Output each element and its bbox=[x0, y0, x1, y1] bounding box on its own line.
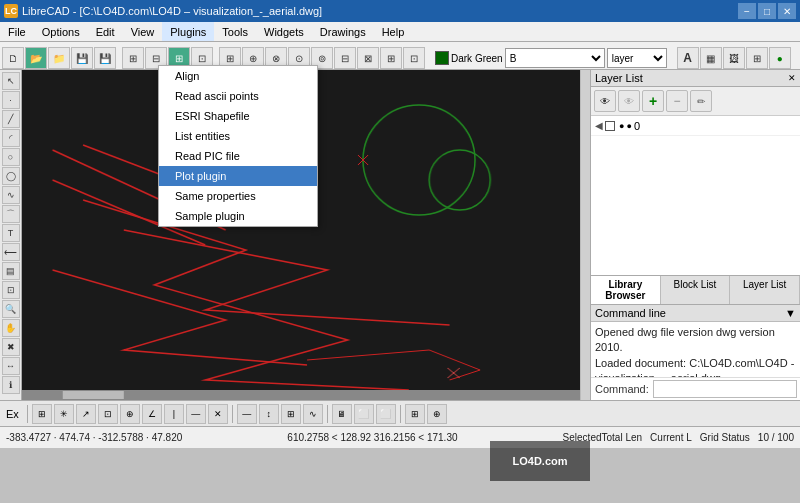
tb-dot[interactable]: ● bbox=[769, 47, 791, 69]
bt-grid[interactable]: ⊞ bbox=[405, 404, 425, 424]
plugins-menu-pic[interactable]: Read PIC file bbox=[159, 146, 317, 166]
status-page: 10 / 100 bbox=[758, 432, 794, 443]
lt-point[interactable]: · bbox=[2, 91, 20, 109]
bt-op2[interactable]: ↕ bbox=[259, 404, 279, 424]
bt-mon3[interactable]: ⬜ bbox=[376, 404, 396, 424]
lt-line[interactable]: ╱ bbox=[2, 110, 20, 128]
menu-view[interactable]: View bbox=[123, 22, 163, 41]
layer-edit-btn[interactable]: ✏ bbox=[690, 90, 712, 112]
tb-hatch[interactable]: ▦ bbox=[700, 47, 722, 69]
scrollbar-vertical[interactable] bbox=[580, 70, 590, 400]
bt-zoom-plus[interactable]: ⊕ bbox=[427, 404, 447, 424]
bt-snap-horiz2[interactable]: — bbox=[186, 404, 206, 424]
menu-file[interactable]: File bbox=[0, 22, 34, 41]
layer-list-header: Layer List ✕ bbox=[591, 70, 800, 87]
minimize-button[interactable]: − bbox=[738, 3, 756, 19]
bt-snap-ang[interactable]: ∠ bbox=[142, 404, 162, 424]
bt-snap-grid[interactable]: ⊞ bbox=[32, 404, 52, 424]
tab-block-list[interactable]: Block List bbox=[661, 276, 731, 304]
plugins-menu-align[interactable]: Align bbox=[159, 66, 317, 86]
layer-dot2: ● bbox=[626, 121, 631, 131]
bt-mon2[interactable]: ⬜ bbox=[354, 404, 374, 424]
lt-hatch[interactable]: ▤ bbox=[2, 262, 20, 280]
layer-dropdown2[interactable]: layer bbox=[607, 48, 667, 68]
bt-op4[interactable]: ∿ bbox=[303, 404, 323, 424]
window-title: LibreCAD - [C:\LO4D.com\LO4D – visualiza… bbox=[22, 5, 322, 17]
list-item[interactable]: ◀ ● ● 0 bbox=[591, 116, 800, 136]
tb-snap-vert[interactable]: ⊟ bbox=[334, 47, 356, 69]
menu-plugins[interactable]: Plugins bbox=[162, 22, 214, 41]
layer-color-box bbox=[435, 51, 449, 65]
lt-delete[interactable]: ✖ bbox=[2, 338, 20, 356]
bt-snap-free[interactable]: ✳ bbox=[54, 404, 74, 424]
command-input-field[interactable] bbox=[653, 380, 797, 398]
bt-snap-x[interactable]: ✕ bbox=[208, 404, 228, 424]
bt-snap-mid2[interactable]: ⊕ bbox=[120, 404, 140, 424]
status-coords1: -383.4727 · 474.74 · -312.5788 · 47.820 bbox=[6, 432, 182, 443]
status-current: Current L bbox=[650, 432, 692, 443]
tb-snap-int[interactable]: ⊞ bbox=[380, 47, 402, 69]
app-icon: LC bbox=[4, 4, 18, 18]
menu-drawings[interactable]: Drawings bbox=[312, 22, 374, 41]
lt-ellipse[interactable]: ◯ bbox=[2, 167, 20, 185]
lt-pan[interactable]: ✋ bbox=[2, 319, 20, 337]
bt-op3[interactable]: ⊞ bbox=[281, 404, 301, 424]
bt-snap-end2[interactable]: ↗ bbox=[76, 404, 96, 424]
bottom-toolbar: Ex ⊞ ✳ ↗ ⊡ ⊕ ∠ | — ✕ — ↕ ⊞ ∿ 🖥 ⬜ ⬜ ⊞ ⊕ bbox=[0, 400, 800, 426]
lt-select[interactable]: ↖ bbox=[2, 72, 20, 90]
menu-edit[interactable]: Edit bbox=[88, 22, 123, 41]
tb-snap-perp[interactable]: ⊡ bbox=[403, 47, 425, 69]
menu-widgets[interactable]: Widgets bbox=[256, 22, 312, 41]
command-panel: Command line ▼ Opened dwg file version d… bbox=[591, 304, 800, 400]
lt-dim[interactable]: ⟵ bbox=[2, 243, 20, 261]
layer-list-title: Layer List bbox=[595, 72, 643, 84]
tb-zoom-window[interactable]: ⊞ bbox=[122, 47, 144, 69]
tb-save2[interactable]: 💾 bbox=[94, 47, 116, 69]
lt-text[interactable]: T bbox=[2, 224, 20, 242]
tab-layer-list[interactable]: Layer List bbox=[730, 276, 800, 304]
lt-arc[interactable]: ◜ bbox=[2, 129, 20, 147]
tb-text[interactable]: A bbox=[677, 47, 699, 69]
close-button[interactable]: ✕ bbox=[778, 3, 796, 19]
maximize-button[interactable]: □ bbox=[758, 3, 776, 19]
tb-insert[interactable]: ⊞ bbox=[746, 47, 768, 69]
layer-show-btn[interactable]: 👁 bbox=[594, 90, 616, 112]
layer-dropdown[interactable]: B bbox=[505, 48, 605, 68]
layer-remove-btn[interactable]: − bbox=[666, 90, 688, 112]
plugins-menu-list[interactable]: List entities bbox=[159, 126, 317, 146]
menu-options[interactable]: Options bbox=[34, 22, 88, 41]
tb-open[interactable]: 📂 bbox=[25, 47, 47, 69]
bt-snap-on[interactable]: ⊡ bbox=[98, 404, 118, 424]
plugins-menu-ascii[interactable]: Read ascii points bbox=[159, 86, 317, 106]
tb-snap-horiz[interactable]: ⊠ bbox=[357, 47, 379, 69]
lt-polyline[interactable]: ⌒ bbox=[2, 205, 20, 223]
tab-library-browser[interactable]: Library Browser bbox=[591, 276, 661, 304]
plugins-menu-sample[interactable]: Sample plugin bbox=[159, 206, 317, 226]
panel-close-button[interactable]: ✕ bbox=[788, 73, 796, 83]
plugins-menu-plot[interactable]: Plot plugin bbox=[159, 166, 317, 186]
menu-help[interactable]: Help bbox=[374, 22, 413, 41]
lt-spline[interactable]: ∿ bbox=[2, 186, 20, 204]
layer-list-area: ◀ ● ● 0 bbox=[591, 116, 800, 275]
bt-op1[interactable]: — bbox=[237, 404, 257, 424]
main-area: ↖ · ╱ ◜ ○ ◯ ∿ ⌒ T ⟵ ▤ ⊡ 🔍 ✋ ✖ ↔ ℹ Layer … bbox=[0, 70, 800, 400]
lt-circle[interactable]: ○ bbox=[2, 148, 20, 166]
tb-image[interactable]: 🖼 bbox=[723, 47, 745, 69]
lt-insert[interactable]: ⊡ bbox=[2, 281, 20, 299]
plugins-menu-esri[interactable]: ESRI Shapefile bbox=[159, 106, 317, 126]
lt-modify[interactable]: ↔ bbox=[2, 357, 20, 375]
bt-snap-vert2[interactable]: | bbox=[164, 404, 184, 424]
layer-add-btn[interactable]: + bbox=[642, 90, 664, 112]
lt-zoom-win[interactable]: 🔍 bbox=[2, 300, 20, 318]
lt-info[interactable]: ℹ bbox=[2, 376, 20, 394]
layer-name: 0 bbox=[634, 120, 640, 132]
right-panel: Layer List ✕ 👁 👁 + − ✏ ◀ ● ● 0 Library B… bbox=[590, 70, 800, 400]
tb-open2[interactable]: 📁 bbox=[48, 47, 70, 69]
menu-tools[interactable]: Tools bbox=[214, 22, 256, 41]
bt-mon[interactable]: 🖥 bbox=[332, 404, 352, 424]
tb-save[interactable]: 💾 bbox=[71, 47, 93, 69]
layer-color-indicator bbox=[605, 121, 615, 131]
tb-new[interactable]: 🗋 bbox=[2, 47, 24, 69]
plugins-menu-same[interactable]: Same properties bbox=[159, 186, 317, 206]
layer-hide-btn[interactable]: 👁 bbox=[618, 90, 640, 112]
